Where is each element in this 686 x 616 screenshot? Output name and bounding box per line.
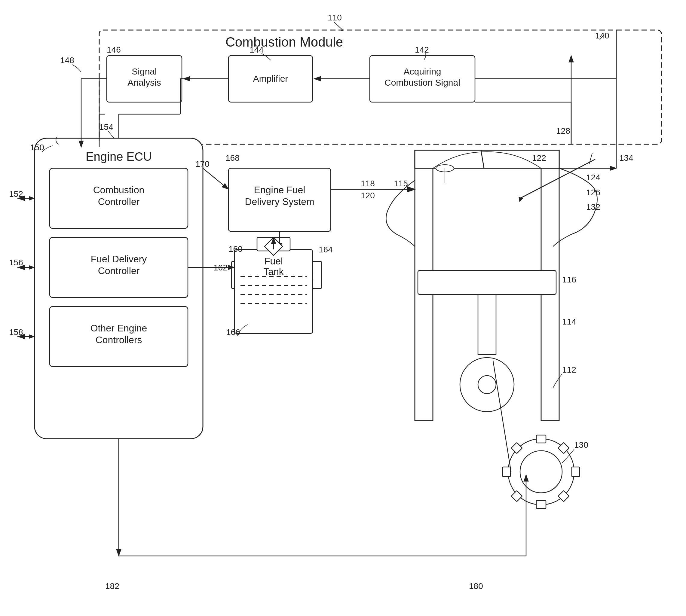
- combustion-module-label: Combustion Module: [226, 35, 343, 49]
- ref-164: 164: [319, 245, 333, 254]
- svg-rect-42: [572, 467, 580, 477]
- ref-170: 170: [195, 159, 210, 169]
- ref-112: 112: [562, 365, 576, 374]
- other-controllers-label2: Controllers: [95, 334, 142, 345]
- acquiring-label: Acquiring: [403, 66, 441, 76]
- ref-110: 110: [328, 13, 342, 22]
- ref-152: 152: [9, 189, 23, 199]
- ref-166: 166: [226, 328, 240, 337]
- ref-158: 158: [9, 328, 23, 337]
- ref-115: 115: [394, 179, 408, 188]
- ref-122: 122: [532, 153, 546, 162]
- svg-point-30: [478, 376, 496, 394]
- fuel-delivery-label: Fuel Delivery: [91, 254, 147, 264]
- svg-rect-41: [502, 467, 511, 477]
- other-controllers-label: Other Engine: [90, 323, 147, 333]
- signal-analysis-label2: Analysis: [127, 78, 161, 87]
- ref-134: 134: [619, 153, 634, 162]
- ref-140: 140: [595, 31, 609, 40]
- ref-150: 150: [30, 143, 44, 152]
- engine-ecu-label: Engine ECU: [86, 150, 152, 163]
- fuel-tank-label: Fuel: [264, 256, 283, 266]
- ref-156: 156: [9, 258, 23, 267]
- fuel-delivery-label2: Controller: [98, 265, 140, 276]
- ref-168: 168: [226, 153, 240, 162]
- svg-line-55: [203, 168, 229, 189]
- svg-rect-28: [478, 294, 496, 355]
- ref-148: 148: [60, 56, 74, 65]
- ref-160: 160: [229, 244, 242, 254]
- efds-label: Engine Fuel: [254, 184, 305, 195]
- ref-130: 130: [574, 440, 588, 449]
- ref-144: 144: [250, 45, 264, 54]
- ref-182: 182: [105, 581, 119, 591]
- combustion-controller-label: Combustion: [93, 184, 145, 195]
- svg-rect-27: [418, 270, 556, 294]
- ref-154: 154: [99, 122, 113, 132]
- acquiring-label2: Combustion Signal: [385, 78, 460, 87]
- signal-analysis-label: Signal: [132, 66, 157, 76]
- ref-118: 118: [361, 179, 375, 188]
- ref-180: 180: [469, 581, 483, 591]
- ref-114: 114: [562, 317, 576, 326]
- svg-line-32: [589, 153, 592, 164]
- ref-124: 124: [586, 173, 600, 182]
- ref-128: 128: [556, 126, 570, 135]
- efds-label2: Delivery System: [245, 196, 314, 207]
- fuel-tank-label2: Tank: [263, 266, 284, 277]
- svg-rect-39: [536, 435, 546, 443]
- ref-120: 120: [361, 191, 375, 200]
- ref-116: 116: [562, 275, 576, 284]
- ref-146: 146: [107, 45, 121, 54]
- ref-142: 142: [415, 45, 429, 54]
- svg-rect-40: [536, 501, 546, 508]
- ref-132: 132: [586, 202, 600, 212]
- svg-line-79: [334, 22, 343, 30]
- combustion-controller-label2: Controller: [98, 196, 140, 207]
- ref-162: 162: [213, 263, 228, 272]
- amplifier-label: Amplifier: [253, 74, 288, 84]
- ref-126: 126: [586, 188, 600, 197]
